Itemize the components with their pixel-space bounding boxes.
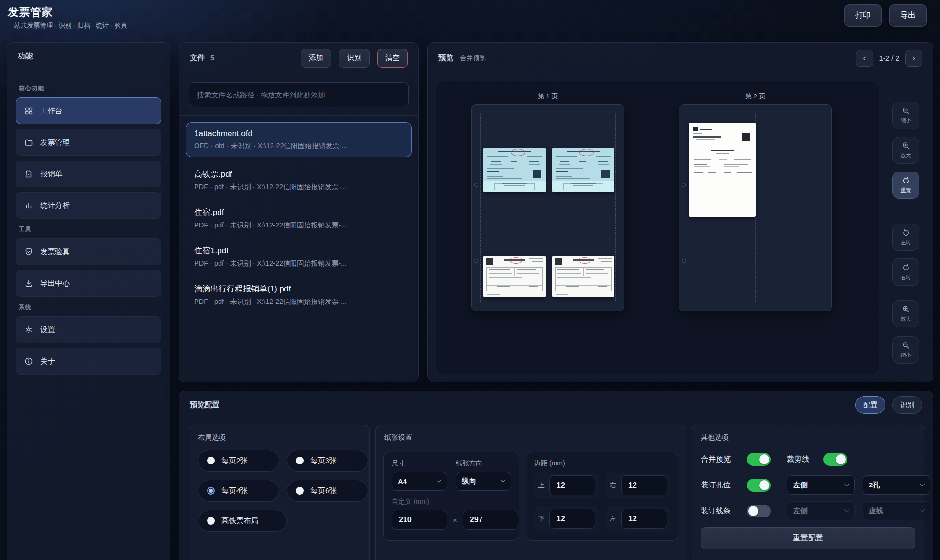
recognize-tab-button[interactable]: 识别 — [892, 396, 922, 414]
reset-view-button[interactable]: 重置 — [892, 172, 919, 199]
file-list-item[interactable]: 住宿.pdf PDF · pdf · 未识别 · X:\12-22信阳固始报销发… — [186, 200, 412, 237]
print-button[interactable]: 打印 — [844, 4, 882, 27]
files-header: 文件 5 添加 识别 清空 — [179, 43, 418, 74]
clear-files-button[interactable]: 清空 — [377, 49, 408, 68]
files-actions: 添加 识别 清空 — [301, 49, 408, 68]
margin-bottom-field: 下 — [534, 506, 599, 532]
chevron-right-icon: › — [912, 53, 915, 63]
binding-hole — [682, 183, 686, 187]
merge-preview-toggle[interactable] — [747, 453, 771, 466]
radio-icon — [207, 517, 215, 525]
orientation-select[interactable]: 纵向 — [456, 472, 511, 491]
chevron-down-icon — [436, 477, 441, 483]
sidebar-item-invoice-verify[interactable]: 发票验真 — [16, 238, 161, 265]
qr-code — [601, 170, 610, 178]
binding-line-style-select[interactable]: 虚线 — [863, 501, 930, 520]
zoom-out-icon — [902, 342, 910, 350]
file-list-item[interactable]: 1attachment.ofd OFD · ofd · 未识别 · X:\12-… — [186, 122, 412, 157]
crop-lines-toggle[interactable] — [823, 453, 847, 466]
gear-icon — [24, 325, 33, 334]
zoom-out-button[interactable]: 缩小 — [892, 102, 919, 129]
sidebar-item-workbench[interactable]: 工作台 — [16, 97, 161, 124]
file-name: 住宿.pdf — [194, 207, 404, 218]
layout-option-4-per-page[interactable]: 每页4张 — [198, 480, 279, 502]
file-meta: PDF · pdf · 未识别 · X:\12-22信阳固始报销发票-... — [194, 297, 404, 306]
layout-option-3-per-page[interactable]: 每页3张 — [287, 450, 368, 472]
cut-line-vertical — [548, 113, 548, 302]
zoom-in-button[interactable]: 放大 — [892, 137, 919, 164]
times-symbol: × — [453, 516, 457, 524]
custom-height-input[interactable] — [463, 510, 518, 530]
chevron-down-icon — [919, 507, 925, 512]
file-search-input[interactable] — [189, 82, 409, 107]
next-page-button[interactable]: › — [905, 50, 922, 67]
binding-holes-toggle[interactable] — [747, 479, 771, 492]
sidebar-item-label: 关于 — [40, 356, 55, 366]
reset-config-button[interactable]: 重置配置 — [701, 527, 915, 549]
zoom-out-button[interactable]: 缩小 — [892, 336, 919, 364]
file-list-item[interactable]: 高铁票.pdf PDF · pdf · 未识别 · X:\12-22信阳固始报销… — [186, 162, 412, 198]
sidebar-item-invoice-management[interactable]: 发票管理 — [16, 129, 161, 156]
bar-chart-icon — [24, 201, 33, 210]
files-title: 文件 — [190, 53, 205, 63]
file-list: 1attachment.ofd OFD · ofd · 未识别 · X:\12-… — [179, 116, 418, 322]
binding-holes-row: 装订孔位 左侧 2孔 — [701, 475, 915, 495]
rotate-left-icon — [902, 229, 910, 237]
reset-icon — [902, 177, 910, 185]
other-options-card: 其他选项 合并预览 裁剪线 装订孔位 左侧 2孔 — [692, 425, 924, 560]
binding-line-side-select[interactable]: 左侧 — [787, 501, 855, 520]
layout-option-6-per-page[interactable]: 每页6张 — [287, 480, 368, 502]
margin-top-input[interactable] — [549, 475, 595, 495]
layout-option-2-per-page[interactable]: 每页2张 — [198, 450, 279, 472]
file-name: 住宿1.pdf — [194, 245, 404, 256]
toolbar-button-label: 缩小 — [901, 117, 911, 124]
section-label-core: 核心功能 — [19, 85, 158, 93]
binding-line-toggle[interactable] — [747, 505, 771, 517]
folder-icon — [24, 138, 33, 147]
sidebar-item-label: 发票管理 — [40, 138, 70, 148]
add-files-button[interactable]: 添加 — [301, 49, 331, 68]
files-count: 5 — [210, 54, 214, 62]
binding-holes-count-select[interactable]: 2孔 — [863, 475, 930, 495]
sidebar-item-expense-report[interactable]: 报销单 — [16, 161, 161, 187]
other-options-title: 其他选项 — [701, 433, 915, 442]
prev-page-button[interactable]: ‹ — [856, 50, 873, 67]
toggle-knob — [759, 480, 769, 490]
config-tab-button[interactable]: 配置 — [855, 396, 885, 414]
export-button[interactable]: 导出 — [889, 4, 927, 27]
sidebar-item-export-center[interactable]: 导出中心 — [16, 270, 161, 297]
file-search-row — [179, 74, 418, 116]
sidebar-item-statistics[interactable]: 统计分析 — [16, 192, 161, 219]
sidebar-item-settings[interactable]: 设置 — [16, 316, 161, 343]
binding-holes-side-select[interactable]: 左侧 — [787, 475, 855, 495]
zoom-out-icon — [902, 107, 910, 116]
rotate-right-icon — [902, 264, 910, 272]
top-actions: 打印 导出 — [844, 4, 927, 27]
margin-right-input[interactable] — [621, 475, 667, 495]
zoom-in-button[interactable]: 放大 — [892, 300, 919, 327]
recognize-files-button[interactable]: 识别 — [339, 49, 370, 68]
preview-config-panel: 预览配置 配置 识别 布局选项 每页2张 每页3张 每页4张 — [179, 391, 933, 560]
size-label: 尺寸 — [392, 459, 447, 468]
binding-hole — [474, 259, 478, 263]
sidebar-item-about[interactable]: 关于 — [16, 348, 161, 375]
invoice-thumbnail-vat — [483, 256, 546, 297]
margin-bottom-input[interactable] — [549, 509, 595, 529]
file-meta: PDF · pdf · 未识别 · X:\12-22信阳固始报销发票-... — [194, 259, 404, 268]
margin-right-label: 右 — [610, 481, 616, 490]
custom-width-input[interactable] — [392, 510, 447, 530]
zoom-in-icon — [902, 305, 910, 314]
toolbar-button-label: 重置 — [901, 187, 911, 194]
layout-option-train-ticket[interactable]: 高铁票布局 — [198, 510, 287, 532]
binding-hole — [474, 183, 478, 187]
margin-left-input[interactable] — [621, 509, 667, 529]
file-list-item[interactable]: 住宿1.pdf PDF · pdf · 未识别 · X:\12-22信阳固始报销… — [186, 238, 412, 275]
file-list-item[interactable]: 滴滴出行行程报销单(1).pdf PDF · pdf · 未识别 · X:\12… — [186, 277, 412, 313]
merge-preview-label: 合并预览 — [701, 454, 747, 464]
rotate-left-button[interactable]: 左转 — [892, 224, 919, 251]
sidebar-item-label: 统计分析 — [40, 201, 70, 211]
merge-crop-row: 合并预览 裁剪线 — [701, 450, 915, 469]
paper-size-select[interactable]: A4 — [392, 472, 447, 491]
rotate-right-button[interactable]: 右转 — [892, 258, 919, 286]
config-actions: 配置 识别 — [855, 396, 922, 414]
